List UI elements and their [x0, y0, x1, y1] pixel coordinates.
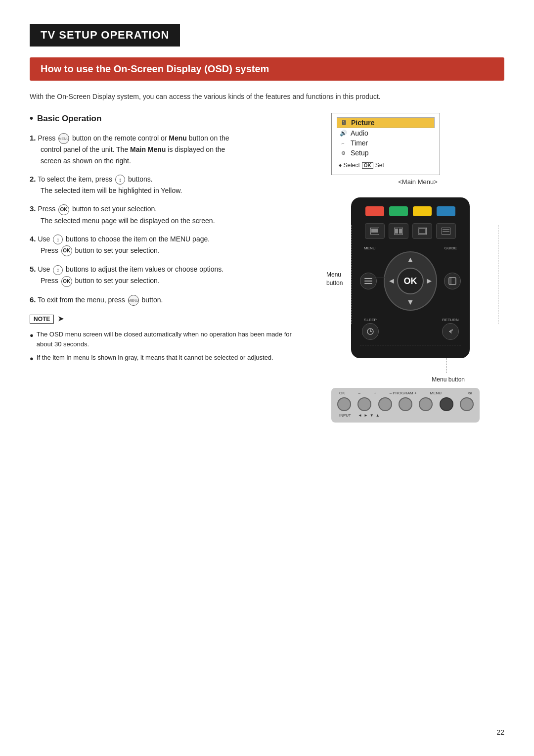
osd-item-audio: 🔊 Audio: [339, 128, 433, 138]
svg-rect-3: [371, 229, 378, 233]
how-to-heading: How to use the On-Screen Display (OSD) s…: [30, 57, 504, 81]
updown-icon-step2: ↕: [115, 175, 125, 185]
red-button[interactable]: [365, 206, 384, 216]
tv-setup-banner: TV SETUP OPERATION: [30, 24, 180, 47]
icon-box-1[interactable]: [365, 223, 385, 239]
ok-icon-step5: OK: [61, 276, 72, 287]
cp-bottom-labels: INPUT ◄ ► ▼ ▲: [337, 413, 474, 418]
intro-text: With the On-Screen Display system, you c…: [30, 92, 504, 102]
menu-button-label: Menu button: [351, 376, 470, 383]
svg-rect-15: [449, 278, 456, 284]
note-item-2: ● If the item in menu is shown in gray, …: [30, 353, 307, 364]
cp-power-btn[interactable]: [460, 397, 474, 411]
updown-icon-step5: ↕: [53, 265, 63, 275]
step-1: 1. Press MENU button on the remote contr…: [30, 132, 307, 166]
menu-guide-labels: MENU GUIDE: [360, 246, 461, 250]
note-item-1: ● The OSD menu screen will be closed aut…: [30, 330, 307, 349]
color-buttons-row: [360, 206, 461, 216]
svg-rect-6: [399, 229, 402, 234]
ok-icon-step3: OK: [58, 204, 69, 215]
menu-button-bottom-area: Menu button: [351, 358, 470, 383]
section-heading: Basic Operation: [30, 113, 307, 124]
dpad-right[interactable]: ►: [425, 277, 433, 285]
note-section: NOTE ➤ ● The OSD menu screen will be clo…: [30, 315, 307, 364]
step-4: 4. Use ↕ buttons to choose the item on t…: [30, 233, 307, 256]
main-menu-label: <Main Menu>: [331, 178, 504, 186]
menu-button-annotation: Menubutton: [326, 271, 343, 287]
menu-icon-step6: MENU: [128, 295, 139, 306]
sleep-button[interactable]: [362, 323, 379, 340]
osd-footer: ♦ Select OK Set: [339, 162, 433, 169]
step-2: 2. To select the item, press ↕ buttons. …: [30, 173, 307, 196]
svg-rect-5: [395, 229, 398, 234]
guide-btn-right: [444, 273, 461, 289]
cp-ok-btn[interactable]: [337, 397, 351, 411]
step-6: 6. To exit from the menu, press MENU but…: [30, 294, 307, 306]
updown-icon-step4: ↕: [53, 235, 63, 244]
icon-box-2[interactable]: [389, 223, 408, 239]
osd-menu-container: 🖥 Picture 🔊 Audio ⌐ Timer ⚙: [321, 113, 504, 186]
osd-item-picture: 🖥 Picture: [337, 117, 435, 128]
cp-prog-minus-btn[interactable]: [399, 397, 412, 411]
cp-prog-plus-btn[interactable]: [419, 397, 433, 411]
left-bracket-line: [351, 225, 352, 324]
icon-row: [360, 223, 461, 239]
svg-rect-14: [364, 283, 372, 284]
blue-button[interactable]: [437, 206, 455, 216]
menu-arrow-line: [446, 358, 447, 373]
osd-menu-box: 🖥 Picture 🔊 Audio ⌐ Timer ⚙: [331, 113, 440, 175]
cp-labels-row: OK – + – PROGRAM + MENU ᴓl: [337, 391, 474, 395]
guide-button[interactable]: [444, 273, 461, 289]
page-number: 22: [496, 728, 504, 736]
osd-item-timer: ⌐ Timer: [339, 138, 433, 148]
ok-icon-step4: OK: [61, 245, 72, 256]
svg-rect-8: [419, 229, 426, 234]
icon-box-3[interactable]: [412, 223, 432, 239]
svg-rect-9: [442, 228, 450, 235]
cp-minus-btn[interactable]: [357, 397, 371, 411]
step-3: 3. Press OK button to set your selection…: [30, 203, 307, 226]
osd-item-setup: ⚙ Setup: [339, 148, 433, 158]
dpad-down[interactable]: ▼: [406, 298, 414, 307]
cp-menu-btn[interactable]: [440, 397, 453, 411]
menu-icon-step1: MENU: [58, 133, 69, 144]
remote-divider: [360, 345, 461, 345]
sleep-area: SLEEP: [362, 318, 379, 340]
control-panel: OK – + – PROGRAM + MENU ᴓl: [331, 388, 480, 423]
cp-plus-btn[interactable]: [378, 397, 392, 411]
cp-buttons: [337, 397, 474, 411]
return-button[interactable]: [442, 323, 459, 340]
return-area: RETURN: [442, 318, 459, 340]
note-label: NOTE: [30, 315, 54, 324]
yellow-button[interactable]: [413, 206, 432, 216]
sleep-return-area: SLEEP RETURN: [360, 318, 461, 340]
green-button[interactable]: [389, 206, 408, 216]
icon-box-4[interactable]: [436, 223, 456, 239]
step-5: 5. Use ↕ buttons to adjust the item valu…: [30, 263, 307, 286]
dpad-up[interactable]: ▲: [406, 255, 414, 264]
right-bracket-line: [498, 225, 498, 324]
